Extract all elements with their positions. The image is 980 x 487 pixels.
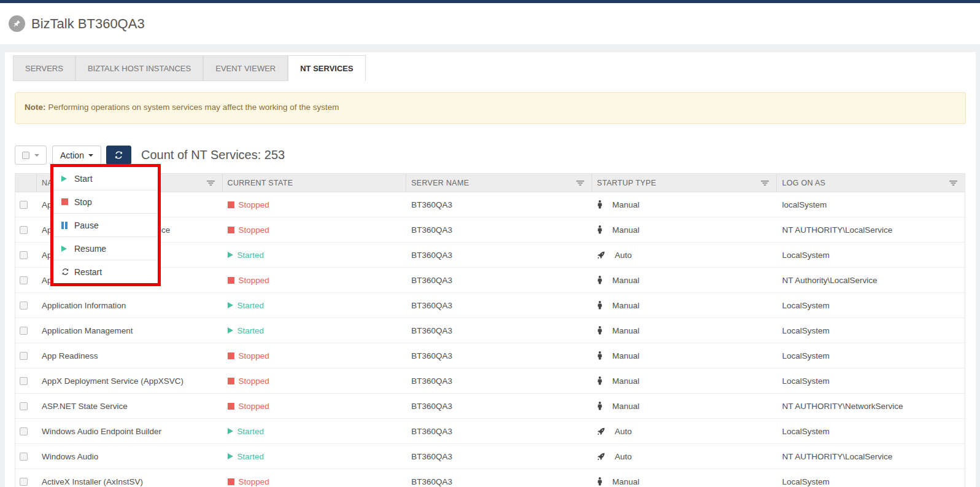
tab-biztalk-host-instances[interactable]: BIZTALK HOST INSTANCES (75, 55, 203, 81)
row-checkbox-cell (15, 444, 37, 469)
startup-type-cell: Auto (592, 243, 777, 267)
row-checkbox[interactable] (20, 302, 28, 310)
log-on-as-cell: LocalSystem (777, 419, 965, 443)
row-checkbox[interactable] (20, 327, 28, 335)
row-checkbox[interactable] (20, 352, 28, 360)
state-label: Stopped (239, 225, 269, 235)
select-all-checkbox[interactable] (22, 152, 29, 159)
startup-type-label: Auto (615, 452, 632, 461)
row-checkbox-cell (15, 217, 37, 242)
column-header-server-name[interactable]: SERVER NAME (406, 174, 592, 192)
table-row: AppX Deployment Service (AppXSVC)Stopped… (15, 368, 965, 394)
rocket-icon (597, 453, 610, 461)
log-on-as-cell: LocalSystem (777, 469, 965, 487)
column-header-log-on-as[interactable]: LOG ON AS (777, 174, 965, 192)
row-checkbox[interactable] (20, 478, 28, 486)
menu-item-restart[interactable]: Restart (53, 260, 158, 283)
state-label: Started (237, 427, 264, 436)
screen: BizTalk BT360QA3 SERVERSBIZTALK HOST INS… (0, 0, 980, 487)
log-on-as-cell: LocalSystem (777, 368, 965, 393)
pause-icon (61, 222, 74, 229)
state-label: Started (237, 301, 264, 310)
row-checkbox-cell (15, 469, 37, 487)
state-label: Stopped (239, 351, 269, 360)
refresh-button[interactable] (106, 146, 131, 165)
menu-item-resume[interactable]: Resume (53, 236, 158, 260)
filter-icon[interactable] (949, 180, 957, 186)
row-checkbox[interactable] (20, 427, 28, 435)
row-checkbox-cell (15, 419, 37, 443)
service-name-cell: Windows Audio (37, 444, 223, 469)
server-name-cell: BT360QA3 (406, 243, 592, 267)
caret-down-icon (34, 154, 39, 157)
row-checkbox[interactable] (20, 201, 28, 209)
action-dropdown-menu: StartStopPauseResumeRestart (53, 167, 158, 283)
stop-icon (228, 403, 234, 410)
startup-type-label: Manual (612, 200, 639, 209)
tab-event-viewer[interactable]: EVENT VIEWER (203, 55, 288, 81)
server-name-cell: BT360QA3 (406, 469, 592, 487)
startup-type-label: Auto (615, 251, 632, 260)
log-on-as-cell: LocalSystem (777, 293, 965, 318)
play-icon (228, 453, 233, 459)
server-name-cell: BT360QA3 (406, 368, 592, 393)
note-text: Performing operations on system services… (48, 103, 339, 112)
column-header-label: SERVER NAME (411, 179, 469, 187)
note-label: Note: (25, 103, 46, 112)
play-icon (228, 252, 233, 258)
row-checkbox[interactable] (20, 377, 28, 385)
menu-item-label: Stop (74, 197, 92, 207)
column-header-startup-type[interactable]: STARTUP TYPE (592, 174, 777, 192)
log-on-as-cell: LocalSystem (777, 343, 965, 368)
log-on-as-cell: NT Authority\LocalService (777, 268, 965, 292)
startup-type-cell: Manual (592, 318, 777, 343)
startup-type-label: Manual (612, 225, 639, 235)
row-checkbox[interactable] (20, 251, 28, 259)
row-checkbox[interactable] (20, 402, 28, 410)
current-state-cell: Stopped (223, 192, 407, 217)
filter-icon[interactable] (207, 180, 215, 186)
filter-icon[interactable] (761, 180, 769, 186)
row-checkbox-cell (15, 243, 37, 267)
tab-servers[interactable]: SERVERS (13, 55, 75, 81)
log-on-as-cell: LocalSystem (777, 243, 965, 267)
row-checkbox[interactable] (20, 276, 28, 284)
filter-icon[interactable] (576, 180, 584, 186)
column-header-label: CURRENT STATE (228, 179, 293, 187)
startup-type-label: Manual (612, 402, 639, 411)
startup-type-cell: Manual (592, 293, 777, 318)
app-header: BizTalk BT360QA3 (0, 3, 980, 44)
column-header-label: LOG ON AS (782, 179, 825, 187)
row-checkbox[interactable] (20, 226, 28, 234)
state-label: Started (237, 251, 264, 260)
row-checkbox-cell (15, 368, 37, 393)
stop-icon (228, 201, 234, 208)
action-button[interactable]: Action (52, 146, 101, 165)
current-state-cell: Stopped (223, 469, 407, 487)
select-column-header (15, 174, 37, 192)
current-state-cell: Started (223, 243, 407, 267)
server-name-cell: BT360QA3 (406, 217, 592, 242)
server-name-cell: BT360QA3 (406, 343, 592, 368)
row-checkbox[interactable] (20, 453, 28, 461)
menu-item-label: Restart (74, 267, 102, 277)
person-icon (597, 200, 608, 209)
current-state-cell: Stopped (223, 368, 407, 393)
state-label: Started (237, 326, 264, 335)
menu-item-pause[interactable]: Pause (53, 213, 158, 236)
current-state-cell: Started (223, 419, 407, 443)
tab-nt-services[interactable]: NT SERVICES (288, 55, 365, 81)
current-state-cell: Stopped (223, 343, 407, 368)
play-icon (228, 428, 233, 434)
startup-type-cell: Manual (592, 217, 777, 242)
column-header-current-state[interactable]: CURRENT STATE (223, 174, 407, 192)
person-icon (597, 402, 608, 410)
menu-item-start[interactable]: Start (53, 167, 158, 190)
stop-icon (228, 227, 234, 233)
menu-item-label: Start (74, 174, 93, 184)
person-icon (597, 326, 608, 335)
startup-type-cell: Manual (592, 343, 777, 368)
select-all-dropdown-button[interactable] (15, 146, 47, 165)
startup-type-cell: Auto (592, 419, 777, 443)
menu-item-stop[interactable]: Stop (53, 190, 158, 213)
